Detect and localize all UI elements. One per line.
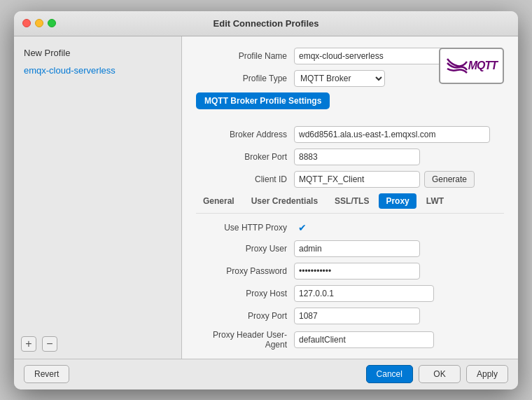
tab-lwt[interactable]: LWT — [419, 193, 451, 209]
titlebar: Edit Connection Profiles — [14, 11, 518, 36]
tab-ssl-tls[interactable]: SSL/TLS — [328, 193, 376, 209]
minimize-button[interactable] — [35, 19, 43, 27]
main-window: Edit Connection Profiles New Profile emq… — [14, 11, 518, 389]
content-area: New Profile emqx-cloud-serverless + − Pr… — [14, 36, 518, 359]
remove-profile-button[interactable]: − — [42, 336, 57, 352]
proxy-password-input[interactable] — [294, 263, 420, 280]
add-profile-button[interactable]: + — [21, 336, 36, 352]
proxy-host-row: Proxy Host — [196, 285, 504, 302]
sidebar-item-emqx-cloud-serverless[interactable]: emqx-cloud-serverless — [14, 62, 181, 78]
client-id-input[interactable] — [294, 171, 420, 188]
main-panel: Profile Name MQTT Profile Type MQTT Brok… — [182, 36, 518, 359]
broker-address-row: Broker Address — [196, 126, 504, 143]
broker-port-input[interactable] — [294, 149, 420, 165]
client-id-row: Client ID Generate — [196, 171, 504, 188]
mqtt-logo: MQTT — [439, 48, 504, 84]
proxy-port-label: Proxy Port — [196, 311, 294, 321]
proxy-header-user-agent-row: Proxy Header User-Agent — [196, 330, 504, 350]
apply-button[interactable]: Apply — [466, 365, 508, 383]
new-profile-label: New Profile — [14, 43, 181, 62]
cancel-button[interactable]: Cancel — [366, 365, 413, 383]
broker-address-label: Broker Address — [196, 130, 294, 139]
proxy-header-user-agent-input[interactable] — [294, 331, 434, 348]
profile-name-label: Profile Name — [196, 51, 294, 61]
client-id-label: Client ID — [196, 174, 294, 184]
profile-name-row: Profile Name MQTT — [196, 48, 504, 64]
generate-button[interactable]: Generate — [424, 171, 475, 188]
mqtt-logo-icon — [446, 56, 468, 76]
tabs-row: General User Credentials SSL/TLS Proxy L… — [196, 193, 504, 214]
maximize-button[interactable] — [48, 19, 56, 27]
proxy-user-input[interactable] — [294, 240, 420, 257]
mqtt-text: MQTT — [468, 60, 497, 72]
proxy-header-user-agent-label: Proxy Header User-Agent — [196, 330, 294, 350]
proxy-port-input[interactable] — [294, 308, 420, 324]
profile-type-select[interactable]: MQTT Broker — [294, 70, 385, 87]
footer-left: Revert — [24, 365, 69, 383]
traffic-lights — [22, 19, 56, 27]
proxy-password-label: Proxy Password — [196, 266, 294, 276]
broker-settings-button[interactable]: MQTT Broker Profile Settings — [196, 92, 330, 109]
proxy-host-label: Proxy Host — [196, 289, 294, 298]
footer: Revert Cancel OK Apply — [14, 359, 518, 389]
broker-address-input[interactable] — [294, 126, 490, 143]
use-http-proxy-label: Use HTTP Proxy — [196, 223, 294, 233]
broker-port-row: Broker Port — [196, 149, 504, 165]
footer-right: Cancel OK Apply — [366, 365, 508, 383]
tab-proxy[interactable]: Proxy — [379, 193, 416, 209]
use-http-proxy-row: Use HTTP Proxy ✔ — [196, 222, 504, 233]
proxy-port-row: Proxy Port — [196, 308, 504, 324]
broker-port-label: Broker Port — [196, 152, 294, 162]
sidebar-footer: + − — [21, 336, 57, 352]
proxy-user-row: Proxy User — [196, 240, 504, 257]
sidebar: New Profile emqx-cloud-serverless + − — [14, 36, 182, 359]
profile-type-label: Profile Type — [196, 74, 294, 83]
close-button[interactable] — [22, 19, 31, 27]
tab-user-credentials[interactable]: User Credentials — [244, 193, 325, 209]
use-http-proxy-check[interactable]: ✔ — [298, 222, 307, 233]
proxy-password-row: Proxy Password — [196, 263, 504, 280]
ok-button[interactable]: OK — [419, 365, 461, 383]
window-title: Edit Connection Profiles — [214, 18, 319, 29]
revert-button[interactable]: Revert — [24, 365, 69, 383]
proxy-user-label: Proxy User — [196, 244, 294, 254]
proxy-host-input[interactable] — [294, 285, 434, 302]
tab-general[interactable]: General — [196, 193, 241, 209]
